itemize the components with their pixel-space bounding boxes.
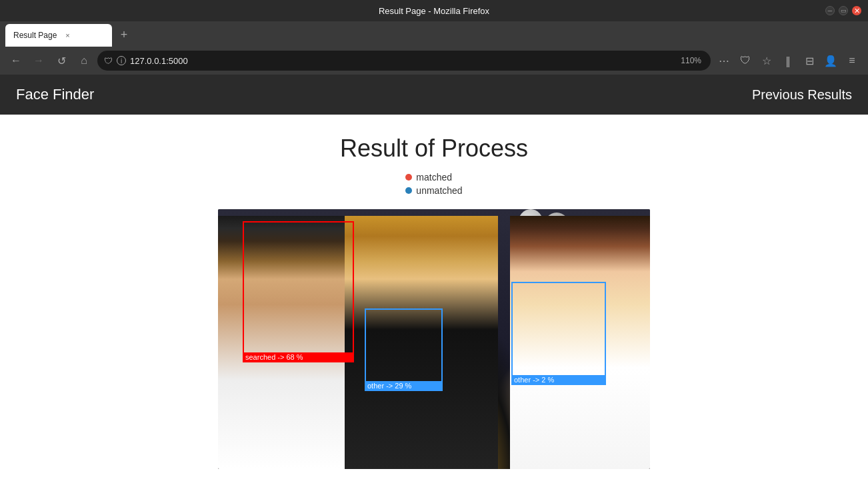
face-box-woman: other -> 2 % bbox=[511, 282, 606, 385]
active-tab[interactable]: Result Page × bbox=[5, 24, 112, 47]
result-image: searched -> 68 % other -> 29 % other -> … bbox=[218, 209, 650, 469]
menu-button[interactable]: ≡ bbox=[843, 51, 861, 70]
face-label-woman: other -> 2 % bbox=[512, 375, 605, 384]
face-label-child: other -> 29 % bbox=[365, 381, 442, 390]
forward-button[interactable]: → bbox=[29, 51, 48, 70]
tab-bar: Result Page × + bbox=[0, 21, 868, 47]
app-header: Face Finder Previous Results bbox=[0, 75, 868, 115]
tab-close-button[interactable]: × bbox=[62, 30, 73, 41]
browser-window: Result Page - Mozilla Firefox ─ ▭ ✕ Resu… bbox=[0, 0, 868, 495]
info-icon: i bbox=[117, 56, 126, 65]
bookmark-button[interactable]: ☆ bbox=[757, 51, 776, 70]
close-button[interactable]: ✕ bbox=[852, 6, 861, 15]
maximize-button[interactable]: ▭ bbox=[839, 6, 848, 15]
matched-dot bbox=[405, 174, 412, 181]
refresh-button[interactable]: ↺ bbox=[52, 51, 71, 70]
shield-icon: 🛡 bbox=[104, 56, 113, 66]
back-button[interactable]: ← bbox=[7, 51, 25, 70]
more-button[interactable]: ⋯ bbox=[715, 51, 733, 70]
app-title: Face Finder bbox=[16, 86, 94, 103]
shield-button[interactable]: 🛡 bbox=[736, 51, 755, 70]
minimize-button[interactable]: ─ bbox=[825, 6, 835, 15]
title-bar: Result Page - Mozilla Firefox ─ ▭ ✕ bbox=[0, 0, 868, 21]
browser-title: Result Page - Mozilla Firefox bbox=[379, 6, 489, 16]
window-controls: ─ ▭ ✕ bbox=[825, 6, 861, 15]
face-label-searched: searched -> 68 % bbox=[243, 352, 353, 362]
matched-label: matched bbox=[416, 172, 452, 183]
nav-right-icons: ⋯ 🛡 ☆ ‖ ⊟ 👤 ≡ bbox=[715, 51, 861, 70]
new-tab-button[interactable]: + bbox=[115, 25, 133, 44]
url-text: 127.0.0.1:5000 bbox=[130, 56, 674, 66]
navigation-bar: ← → ↺ ⌂ 🛡 i 127.0.0.1:5000 110% ⋯ 🛡 ☆ ‖ … bbox=[0, 47, 868, 75]
legend-unmatched: unmatched bbox=[405, 185, 462, 196]
previous-results-link[interactable]: Previous Results bbox=[752, 87, 852, 103]
page-title: Result of Process bbox=[340, 135, 528, 163]
unmatched-label: unmatched bbox=[416, 185, 462, 196]
tab-label: Result Page bbox=[13, 31, 57, 40]
library-button[interactable]: ‖ bbox=[779, 51, 797, 70]
address-bar[interactable]: 🛡 i 127.0.0.1:5000 110% bbox=[97, 51, 711, 71]
account-button[interactable]: 👤 bbox=[821, 51, 840, 70]
main-content: Result of Process matched unmatched bbox=[0, 115, 868, 495]
legend: matched unmatched bbox=[405, 172, 462, 196]
zoom-level: 110% bbox=[678, 56, 704, 65]
legend-matched: matched bbox=[405, 172, 452, 183]
face-box-child: other -> 29 % bbox=[365, 308, 443, 391]
unmatched-dot bbox=[405, 187, 412, 194]
sidebar-button[interactable]: ⊟ bbox=[800, 51, 819, 70]
home-button[interactable]: ⌂ bbox=[75, 51, 93, 70]
face-box-searched: searched -> 68 % bbox=[243, 221, 354, 362]
